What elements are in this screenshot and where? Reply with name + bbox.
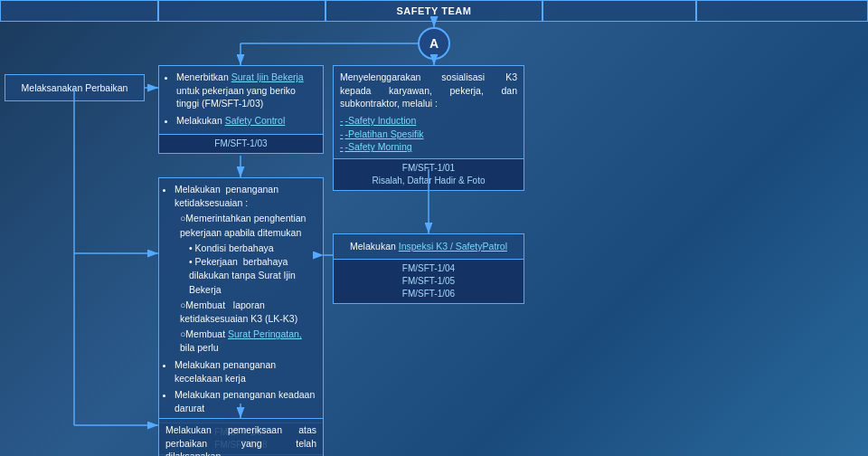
- box-ketidaksesuaian: Melakukan penanganan ketidaksesuaian : ○…: [158, 177, 324, 455]
- flow-container: SAFETY TEAM A Melaksanakan Perbaikan Men…: [0, 0, 868, 456]
- ketidaksesuaian-body: Melakukan penanganan ketidaksesuaian : ○…: [159, 178, 323, 423]
- inspeksi-body: Melakukan Inspeksi K3 / SafetyPatrol: [334, 234, 524, 259]
- top-box-safety-team: SAFETY TEAM: [326, 0, 542, 22]
- menerbitkan-body: Menerbitkan Surat Ijin Bekerja untuk pek…: [159, 66, 323, 134]
- box-inspeksi: Melakukan Inspeksi K3 / SafetyPatrol FM/…: [333, 233, 524, 304]
- safety-team-label: SAFETY TEAM: [397, 5, 472, 16]
- top-box-left: [0, 0, 158, 22]
- inspeksi-pre: Melakukan: [350, 241, 399, 252]
- circle-node-a: A: [418, 27, 450, 60]
- safety-control-link[interactable]: Safety Control: [225, 115, 286, 126]
- kts-item3: Melakukan penanganan keadaan darurat: [175, 388, 316, 415]
- surat-peringatan-link[interactable]: Surat Peringatan,: [228, 328, 302, 339]
- menerbitkan-item1: Menerbitkan Surat Ijin Bekerja untuk pek…: [176, 71, 316, 110]
- kts-item1: Melakukan penanganan ketidaksesuaian : ○…: [175, 183, 316, 356]
- menyelenggarakan-body: Menyelenggarakan sosialisasi K3 kepada k…: [334, 66, 524, 158]
- box-menerbitkan: Menerbitkan Surat Ijin Bekerja untuk pek…: [158, 65, 324, 154]
- box-menyelenggarakan: Menyelenggarakan sosialisasi K3 kepada k…: [333, 65, 524, 191]
- inspeksi-link[interactable]: Inspeksi K3 / SafetyPatrol: [399, 241, 507, 252]
- kts-item2: Melakukan penanganan kecelakaan kerja: [175, 358, 316, 385]
- melaksanakan-label: Melaksanakan Perbaikan: [22, 81, 128, 95]
- pemeriksaan-label: Melakukan pemeriksaan atas perbaikan yan…: [165, 424, 316, 456]
- box-pemeriksaan: Melakukan pemeriksaan atas perbaikan yan…: [158, 418, 324, 456]
- menerbitkan-item2: Melakukan Safety Control: [176, 114, 316, 128]
- box-melaksanakan: Melaksanakan Perbaikan: [5, 74, 145, 101]
- pelatihan-spesifik-link[interactable]: -Pelatihan Spesifik: [340, 128, 517, 141]
- surat-ijin-link[interactable]: Surat Ijin Bekerja: [231, 71, 304, 82]
- safety-induction-link[interactable]: -Safety Induction: [340, 114, 517, 128]
- top-box-right: [696, 0, 868, 22]
- menerbitkan-footer: FM/SFT-1/03: [159, 134, 323, 153]
- top-box-mid-right: [542, 0, 696, 22]
- safety-morning-link[interactable]: -Safety Morning: [340, 140, 517, 154]
- top-box-mid-left: [158, 0, 326, 22]
- menyelenggarakan-footer: FM/SFT-1/01Risalah, Daftar Hadir & Foto: [334, 158, 524, 190]
- circle-label: A: [429, 36, 439, 51]
- menyelenggarakan-text: Menyelenggarakan sosialisasi K3 kepada k…: [340, 71, 517, 110]
- inspeksi-footer: FM/SFT-1/04FM/SFT-1/05FM/SFT-1/06: [334, 259, 524, 303]
